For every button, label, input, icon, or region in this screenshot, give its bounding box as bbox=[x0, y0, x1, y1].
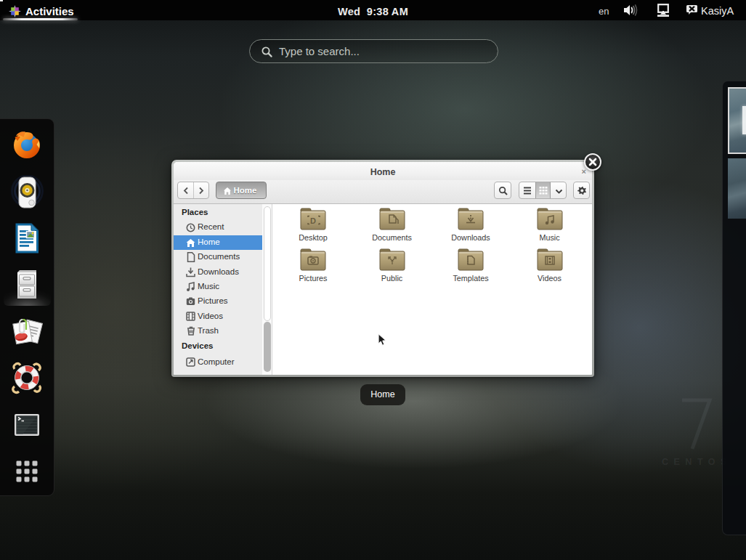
svg-text:D: D bbox=[310, 216, 316, 225]
